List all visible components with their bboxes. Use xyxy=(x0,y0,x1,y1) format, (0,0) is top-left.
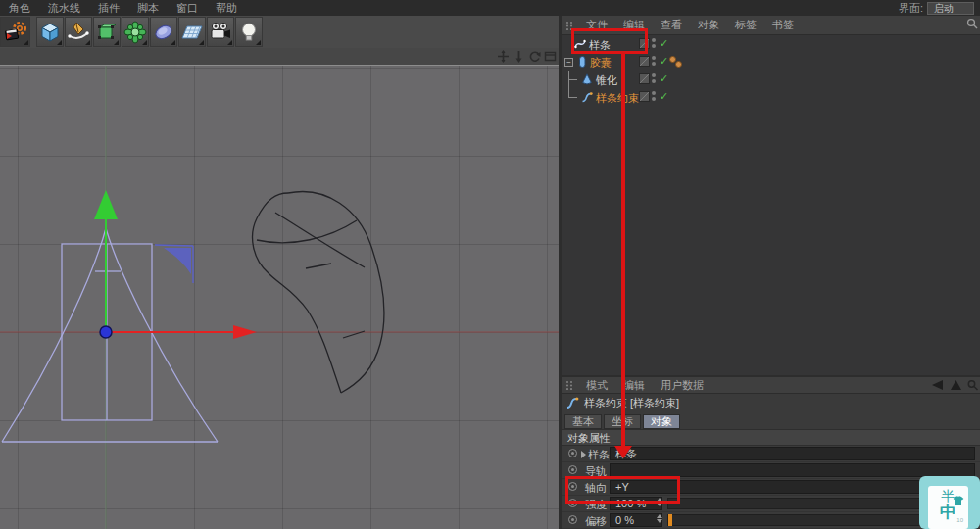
rail-link-field[interactable] xyxy=(610,463,975,477)
offset-value-field[interactable]: 0 % xyxy=(610,513,662,527)
tree-label: 样条约束 xyxy=(596,91,639,106)
panel-handle-icon[interactable] xyxy=(565,380,575,390)
animation-dot-icon[interactable] xyxy=(568,465,577,474)
menu-plugins[interactable]: 插件 xyxy=(89,1,128,16)
taper-icon xyxy=(581,73,593,85)
attr-row-rail: 导轨 xyxy=(562,462,980,479)
layout-selector[interactable]: 启动 xyxy=(927,2,974,15)
om-menu-file[interactable]: 文件 xyxy=(578,18,615,32)
pan-icon[interactable] xyxy=(497,50,510,63)
watermark-small-text: 10 xyxy=(956,517,963,523)
collapse-expander-icon[interactable]: − xyxy=(564,58,573,67)
orange-balls-tag-icon[interactable] xyxy=(669,56,685,68)
spline-icon xyxy=(574,38,586,50)
tree-row-spline-constraint[interactable]: 样条约束 ✓ xyxy=(562,88,980,106)
strength-value-field[interactable]: 100 % xyxy=(610,497,662,510)
enabled-check-icon[interactable]: ✓ xyxy=(660,55,668,68)
object-manager-panel: 文件 编辑 查看 对象 标签 书签 样条 ✓ − 胶囊 xyxy=(562,16,980,375)
am-menu-edit[interactable]: 编辑 xyxy=(615,378,653,393)
visibility-dots[interactable] xyxy=(652,38,656,50)
panel-handle-icon[interactable] xyxy=(565,21,575,30)
visibility-dots[interactable] xyxy=(652,91,656,103)
am-search-icon[interactable] xyxy=(967,379,978,391)
pen-spline-icon[interactable] xyxy=(65,17,92,47)
object-properties-header: 对象属性 xyxy=(562,429,980,446)
om-menu-edit[interactable]: 编辑 xyxy=(615,18,653,32)
object-manager-menubar: 文件 编辑 查看 对象 标签 书签 xyxy=(562,16,980,35)
layer-chip[interactable] xyxy=(639,91,650,102)
strength-stepper[interactable] xyxy=(656,497,663,506)
generator-cube-icon[interactable] xyxy=(93,17,121,47)
spline-constraint-icon xyxy=(581,91,593,103)
om-search-icon[interactable] xyxy=(966,18,978,29)
animation-dot-icon[interactable] xyxy=(568,449,577,457)
tree-row-spline[interactable]: 样条 ✓ xyxy=(562,35,980,53)
attr-label: 样条 xyxy=(588,448,610,462)
cube-primitive-icon[interactable] xyxy=(36,17,64,47)
spline-link-field[interactable]: 样条 xyxy=(610,447,975,460)
attr-label: 强度 xyxy=(585,498,607,512)
animation-dot-icon[interactable] xyxy=(568,482,577,491)
slider-knob[interactable] xyxy=(668,514,672,526)
attr-label: 导轨 xyxy=(585,464,607,479)
toggle-view-icon[interactable] xyxy=(544,50,557,63)
viewport-canvas[interactable] xyxy=(0,65,561,529)
light-icon[interactable] xyxy=(235,17,263,47)
tab-object[interactable]: 对象 xyxy=(643,414,680,429)
clapper-render-icon[interactable] xyxy=(0,17,30,47)
enabled-check-icon[interactable]: ✓ xyxy=(660,90,668,103)
dolly-icon[interactable] xyxy=(513,50,525,63)
menu-script[interactable]: 脚本 xyxy=(128,1,168,16)
tree-label: 样条 xyxy=(589,38,611,53)
menu-help[interactable]: 帮助 xyxy=(207,1,246,16)
attr-row-strength: 强度 100 % xyxy=(562,496,980,512)
animation-dot-icon[interactable] xyxy=(568,515,577,524)
enabled-check-icon[interactable]: ✓ xyxy=(660,72,668,85)
rotate-icon[interactable] xyxy=(528,50,541,63)
am-menu-userdata[interactable]: 用户数据 xyxy=(653,378,711,393)
om-menu-view[interactable]: 查看 xyxy=(653,18,690,32)
attribute-tabs: 基本 坐标 对象 xyxy=(562,411,980,429)
om-menu-tags[interactable]: 标签 xyxy=(727,18,764,32)
tab-basic[interactable]: 基本 xyxy=(564,414,602,429)
main-menubar: 角色 流水线 插件 脚本 窗口 帮助 界面: 启动 xyxy=(0,0,980,16)
spline-constraint-icon xyxy=(565,396,579,409)
om-menu-bookmarks[interactable]: 书签 xyxy=(764,18,802,32)
enabled-check-icon[interactable]: ✓ xyxy=(660,37,668,50)
attr-label: 轴向 xyxy=(585,481,607,496)
tree-label: 胶囊 xyxy=(590,56,612,71)
main-toolbar xyxy=(0,16,561,48)
visibility-dots[interactable] xyxy=(652,73,656,85)
camera-icon[interactable] xyxy=(207,17,234,47)
visibility-dots[interactable] xyxy=(652,56,656,68)
menu-pipeline[interactable]: 流水线 xyxy=(39,1,89,16)
attribute-manager-menubar: 模式 编辑 用户数据 xyxy=(562,377,980,394)
offset-stepper[interactable] xyxy=(656,513,663,523)
deformer-gear-icon[interactable] xyxy=(122,17,149,47)
tree-label: 锥化 xyxy=(596,73,617,88)
layer-chip[interactable] xyxy=(639,56,650,67)
history-back-icon[interactable] xyxy=(929,379,945,391)
am-menu-mode[interactable]: 模式 xyxy=(578,378,615,393)
disc-primitive-icon[interactable] xyxy=(150,17,177,47)
watermark-logo: 半 中 10 xyxy=(919,476,980,529)
object-origin-point xyxy=(100,326,112,338)
animation-dot-icon[interactable] xyxy=(568,499,577,507)
tshirt-icon xyxy=(953,496,964,505)
expand-arrow-icon[interactable] xyxy=(581,451,586,458)
om-menu-objects[interactable]: 对象 xyxy=(690,18,727,32)
menu-window[interactable]: 窗口 xyxy=(168,1,207,16)
layer-chip[interactable] xyxy=(639,73,650,84)
history-up-icon[interactable] xyxy=(950,379,962,391)
attribute-title-row: 样条约束 [样条约束] xyxy=(562,394,980,411)
tree-row-taper[interactable]: 锥化 ✓ xyxy=(562,71,980,88)
constrained-spline xyxy=(253,192,384,393)
attr-row-axis: 轴向 +Y xyxy=(562,479,980,496)
tab-coordinates[interactable]: 坐标 xyxy=(604,414,641,429)
menu-character[interactable]: 角色 xyxy=(0,1,39,16)
tree-row-capsule[interactable]: − 胶囊 ✓ xyxy=(562,53,980,71)
layer-chip[interactable] xyxy=(639,38,650,49)
cinema4d-window: 角色 流水线 插件 脚本 窗口 帮助 界面: 启动 xyxy=(0,0,980,529)
floor-icon[interactable] xyxy=(178,17,206,47)
capsule-icon xyxy=(576,56,588,68)
